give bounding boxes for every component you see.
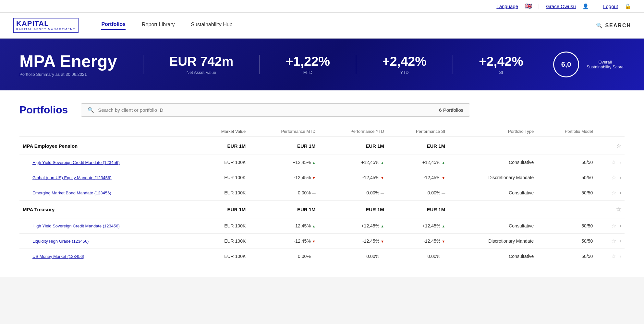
hero-divider-2: [259, 55, 260, 74]
main-content: Portfolios 🔍 6 Portfolios Market Value P…: [0, 90, 644, 277]
portfolio-search-input[interactable]: [98, 107, 435, 113]
child-name: High Yield Sovereign Credit Mandate (123…: [19, 155, 196, 170]
favorite-icon[interactable]: ☆: [616, 206, 621, 213]
arrow-neutral-icon: —: [442, 191, 445, 195]
arrow-neutral-icon: —: [442, 255, 445, 259]
group-actions: ☆: [596, 201, 625, 218]
group-perf-si: EUR 1M: [387, 201, 448, 218]
child-name-link[interactable]: Global (non-US) Equity Mandate (123456): [32, 175, 112, 180]
group-perf-mtd: EUR 1M: [249, 137, 319, 155]
group-perf-si: EUR 1M: [387, 137, 448, 155]
chevron-right-icon[interactable]: ›: [620, 223, 621, 229]
col-portfolio-type: Portfolio Type: [448, 126, 537, 137]
child-portfolio-model: 50/50: [537, 185, 596, 201]
arrow-up-icon: ▲: [442, 224, 445, 228]
favorite-icon[interactable]: ☆: [611, 174, 616, 181]
arrow-down-icon: ▼: [312, 176, 316, 180]
logo-kapital-text: KAPITAL: [16, 20, 75, 28]
portfolios-header: Portfolios 🔍 6 Portfolios: [19, 103, 625, 117]
child-portfolio-type: Consultative: [448, 218, 537, 234]
child-name-link[interactable]: High Yield Sovereign Credit Mandate (123…: [32, 224, 120, 228]
logout-link[interactable]: Logout: [603, 4, 618, 9]
col-perf-mtd: Performance MTD: [249, 126, 319, 137]
group-portfolio-model: [537, 137, 596, 155]
child-perf-si: 0.00% —: [387, 185, 448, 201]
child-market-value: EUR 100K: [196, 218, 249, 234]
child-market-value: EUR 100K: [196, 249, 249, 264]
sustainability-score-circle: 6,0: [553, 52, 579, 77]
favorite-icon[interactable]: ☆: [611, 222, 616, 229]
child-portfolio-model: 50/50: [537, 155, 596, 170]
arrow-neutral-icon: —: [312, 255, 316, 259]
search-icon: 🔍: [88, 107, 94, 113]
nav-report-library[interactable]: Report Library: [142, 22, 175, 29]
user-profile-link[interactable]: Grace Owusu: [546, 4, 576, 9]
child-market-value: EUR 100K: [196, 170, 249, 185]
language-link[interactable]: Language: [496, 4, 518, 9]
nav-bar: KAPITAL KAPITAL ASSET MANAGEMENT Portfol…: [0, 13, 644, 39]
hero-mtd-stat: +1,22% MTD: [286, 54, 330, 75]
chevron-right-icon[interactable]: ›: [620, 159, 621, 165]
col-market-value: Market Value: [196, 126, 249, 137]
top-bar: Language 🇬🇧 | Grace Owusu 👤 | Logout 🔒: [0, 0, 644, 13]
child-perf-mtd: -12,45% ▼: [249, 234, 319, 249]
arrow-down-icon: ▼: [312, 239, 316, 243]
nav-portfolios[interactable]: Portfolios: [101, 21, 126, 30]
child-perf-mtd: 0.00% —: [249, 249, 319, 264]
table-row: High Yield Sovereign Credit Mandate (123…: [19, 155, 625, 170]
hero-divider-4: [453, 55, 453, 74]
child-portfolio-type: Consultative: [448, 155, 537, 170]
child-name-link[interactable]: US Money Market (123456): [32, 254, 84, 259]
table-row: US Money Market (123456) EUR 100K 0.00% …: [19, 249, 625, 264]
flag-icon: 🇬🇧: [525, 3, 532, 10]
table-row: High Yield Sovereign Credit Mandate (123…: [19, 218, 625, 234]
chevron-right-icon[interactable]: ›: [620, 175, 621, 180]
child-actions: ☆ ›: [596, 170, 625, 185]
arrow-neutral-icon: —: [312, 191, 316, 195]
col-actions: [596, 126, 625, 137]
logout-icon: 🔒: [625, 3, 631, 9]
nav-search-button[interactable]: 🔍 SEARCH: [596, 22, 631, 29]
favorite-icon[interactable]: ☆: [611, 189, 616, 196]
portfolio-search-bar[interactable]: 🔍 6 Portfolios: [81, 103, 470, 117]
col-portfolio-model: Portfolio Model: [537, 126, 596, 137]
child-actions: ☆ ›: [596, 185, 625, 201]
favorite-icon[interactable]: ☆: [611, 237, 616, 245]
chevron-right-icon[interactable]: ›: [620, 238, 621, 244]
favorite-icon[interactable]: ☆: [616, 142, 621, 149]
favorite-icon[interactable]: ☆: [611, 253, 616, 260]
chevron-right-icon[interactable]: ›: [620, 253, 621, 259]
nav-sustainability-hub[interactable]: Sustainability Hub: [191, 22, 232, 29]
nav-value: EUR 742m: [169, 54, 234, 69]
arrow-down-icon: ▼: [381, 239, 384, 243]
hero-title-block: MPA Energy Portfolio Summary as at 30.06…: [19, 52, 117, 77]
table-row: MPA Employee Pension EUR 1M EUR 1M EUR 1…: [19, 137, 625, 155]
group-actions: ☆: [596, 137, 625, 155]
child-name-link[interactable]: Liquidity High Grade (123456): [32, 239, 89, 244]
child-name-link[interactable]: Emerging Market Bond Mandate (123456): [32, 191, 111, 195]
search-icon: 🔍: [596, 22, 602, 29]
arrow-up-icon: ▲: [312, 224, 316, 228]
logo: KAPITAL KAPITAL ASSET MANAGEMENT: [13, 18, 79, 33]
si-value: +2,42%: [479, 54, 523, 69]
arrow-neutral-icon: —: [381, 191, 384, 195]
child-perf-ytd: 0.00% —: [319, 185, 387, 201]
child-perf-ytd: +12,45% ▲: [319, 218, 387, 234]
child-perf-si: -12,45% ▼: [387, 170, 448, 185]
child-name-link[interactable]: High Yield Sovereign Credit Mandate (123…: [32, 160, 120, 165]
child-market-value: EUR 100K: [196, 234, 249, 249]
child-perf-mtd: +12,45% ▲: [249, 155, 319, 170]
child-perf-ytd: +12,45% ▲: [319, 155, 387, 170]
child-portfolio-model: 50/50: [537, 234, 596, 249]
hero-si-stat: +2,42% SI: [479, 54, 523, 75]
chevron-right-icon[interactable]: ›: [620, 190, 621, 196]
child-perf-si: +12,45% ▲: [387, 155, 448, 170]
arrow-up-icon: ▲: [312, 161, 316, 165]
child-name: Emerging Market Bond Mandate (123456): [19, 185, 196, 201]
child-portfolio-type: Discretionary Mandate: [448, 234, 537, 249]
child-perf-si: +12,45% ▲: [387, 218, 448, 234]
favorite-icon[interactable]: ☆: [611, 159, 616, 166]
child-actions: ☆ ›: [596, 234, 625, 249]
group-perf-ytd: EUR 1M: [319, 201, 387, 218]
child-portfolio-type: Discretionary Mandate: [448, 170, 537, 185]
